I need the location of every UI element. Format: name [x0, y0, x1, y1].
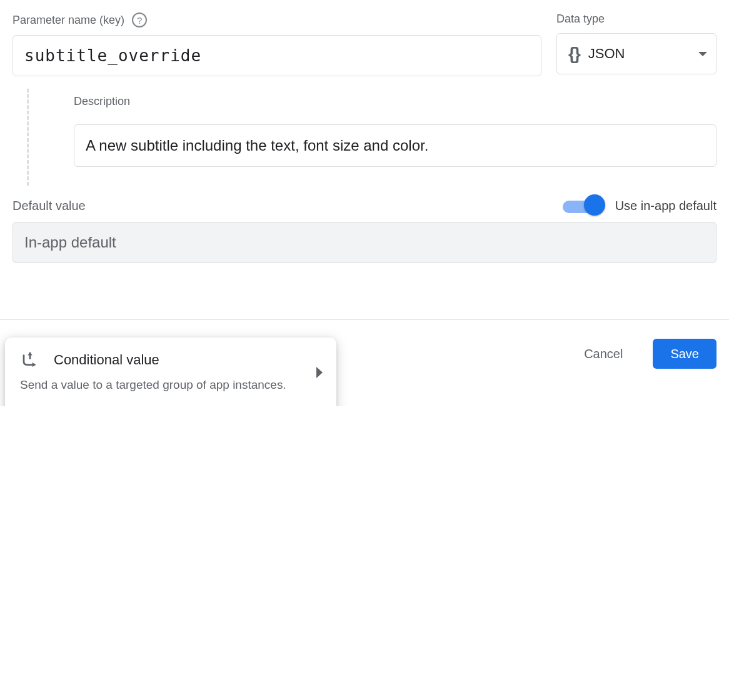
chevron-right-icon	[316, 367, 323, 378]
conditional-icon	[20, 350, 40, 370]
default-value-input: In-app default	[13, 222, 716, 263]
use-in-app-default-toggle[interactable]	[563, 198, 605, 213]
description-label-text: Description	[74, 95, 130, 108]
save-button[interactable]: Save	[653, 339, 716, 369]
cancel-button[interactable]: Cancel	[566, 339, 640, 369]
menu-item-title: Conditional value	[54, 352, 159, 368]
data-type-label-text: Data type	[556, 12, 605, 26]
default-value-placeholder: In-app default	[24, 234, 116, 251]
chevron-down-icon	[698, 52, 707, 56]
connector-line	[13, 89, 43, 186]
json-icon: {}	[568, 44, 580, 64]
menu-item-desc: Send a value to a targeted group of app …	[20, 376, 321, 394]
data-type-value: JSON	[588, 46, 690, 62]
data-type-select[interactable]: {} JSON	[556, 33, 716, 74]
data-type-label: Data type	[556, 12, 716, 26]
add-value-menu: Conditional value Send a value to a targ…	[5, 338, 336, 406]
parameter-name-label-text: Parameter name (key)	[13, 14, 124, 27]
parameter-name-label: Parameter name (key) ?	[13, 12, 541, 28]
description-label: Description	[74, 95, 716, 108]
description-input[interactable]	[74, 124, 716, 167]
default-value-label: Default value	[13, 199, 86, 213]
parameter-name-input[interactable]	[13, 35, 541, 76]
help-icon[interactable]: ?	[132, 12, 147, 28]
menu-item-conditional-value[interactable]: Conditional value Send a value to a targ…	[5, 338, 336, 406]
use-in-app-default-label: Use in-app default	[615, 199, 716, 213]
